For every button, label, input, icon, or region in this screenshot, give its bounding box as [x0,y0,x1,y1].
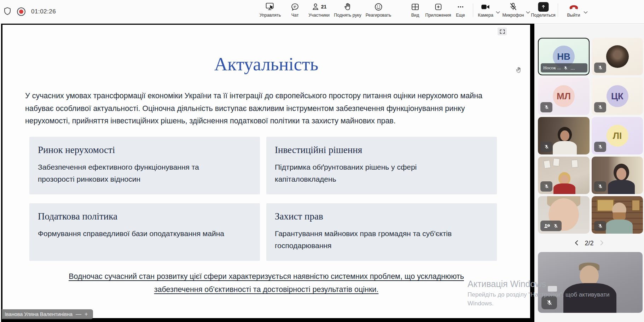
participant-tile-nosok[interactable]: НВ Носок ... … [538,38,590,75]
mic-muted-icon [553,223,558,229]
apps-label: Приложения [425,13,451,18]
participant-tile-video-3[interactable] [592,157,643,194]
mic-label: Микрофон [503,13,524,18]
view-label: Вид [411,13,419,18]
participant-name-badge[interactable]: Носок ... … [541,63,587,72]
fullscreen-button[interactable] [498,28,507,35]
participants-count: 21 [321,4,327,10]
mic-muted-badge [594,102,606,112]
page-prev-button[interactable] [575,240,579,247]
mic-muted-icon [563,66,568,70]
leave-chevron-icon[interactable] [584,9,588,15]
card-title: Податкова політика [38,211,251,222]
mic-muted-icon [598,144,603,150]
slide-footnote-line2: забезпечення об'єктивності та достовірно… [2,285,530,294]
manage-button[interactable]: Управлять [260,2,281,18]
view-button[interactable]: Вид [411,2,419,18]
leave-button[interactable]: Выйти [567,2,580,18]
participant-tile-dog[interactable] [592,38,643,75]
camera-chevron-icon[interactable] [496,9,500,15]
mic-muted-badge [540,181,552,192]
fullscreen-icon [500,29,505,34]
mic-muted-badge [541,296,557,309]
participants-panel: НВ Носок ... … МЛ ЦК [534,23,644,322]
avatar: ЛІ [607,125,628,147]
apps-button[interactable]: Приложения [425,2,451,18]
tile-more-icon[interactable]: … [570,65,575,71]
presentation-slide: Актуальність У сучасних умовах трансформ… [2,25,530,318]
camera-button[interactable]: Камера [478,2,493,18]
chat-label: Чат [291,13,299,18]
meeting-toolbar: 01:02:26 Управлять Чат 21 Участники [0,0,644,24]
person-icon [312,2,320,11]
mic-muted-icon [598,105,603,110]
mic-muted-icon [544,184,549,189]
raise-hand-label: Поднять руку [334,13,361,18]
raise-hand-button[interactable]: Поднять руку [334,2,361,18]
avatar: ЦК [607,85,628,107]
card-title: Захист прав [275,211,488,222]
zoom-in-plus-button[interactable]: + [85,311,88,317]
mic-button[interactable]: Микрофон [503,2,524,18]
raise-hand-icon [343,2,352,12]
mic-muted-badge [594,142,606,152]
hand-cursor-icon [516,66,522,75]
card-body: Забезпечення ефективного функціонування … [38,161,229,185]
presenter-name-pill: Іванова Уляна Валентинівна — + [2,309,93,319]
chat-button[interactable]: Чат [291,2,299,18]
participants-icon-group: 21 [312,2,327,12]
security-shield-icon[interactable] [4,7,11,17]
toolbar-divider [558,4,558,17]
react-button[interactable]: Реагировать [366,2,391,18]
manage-label: Управлять [260,13,281,18]
mic-muted-icon [509,2,517,12]
share-screen-button[interactable]: Поделиться [531,2,555,18]
mic-muted-badge [594,181,606,192]
chat-bubble-icon [291,2,299,12]
card-rights-protection: Захист прав Гарантування майнових прав г… [266,203,497,261]
grid-view-icon [411,2,419,12]
card-tax-policy: Податкова політика Формування справедлив… [29,203,260,261]
participant-tile-li[interactable]: ЛІ [592,117,643,154]
mic-muted-badge [594,221,606,231]
card-investment-decisions: Інвестиційні рішення Підтримка обґрунтов… [266,137,497,194]
mic-muted-badge [540,142,552,152]
participant-tile-tsk[interactable]: ЦК [592,77,643,115]
main-speaker-tile[interactable] [538,252,643,313]
presenter-name: Іванова Уляна Валентинівна [5,311,72,317]
shared-screen-region: Актуальність У сучасних умовах трансформ… [1,23,534,322]
recording-indicator-icon[interactable] [17,7,25,16]
participant-tile-video-4[interactable] [538,196,590,234]
participant-tile-video-1[interactable] [538,117,590,154]
mic-muted-icon [598,223,603,229]
participant-tile-video-5[interactable] [592,196,643,234]
slide-title: Актуальність [2,54,530,75]
meeting-timer: 01:02:26 [31,8,56,15]
slide-intro-paragraph: У сучасних умовах трансформації економік… [25,90,510,128]
manage-monitor-icon [266,2,275,12]
mic-muted-icon [544,144,549,150]
smiley-icon [374,2,383,12]
participants-button[interactable]: 21 Участники [308,2,330,18]
page-next-button[interactable] [600,240,604,247]
card-real-estate-market: Ринок нерухомості Забезпечення ефективно… [29,137,260,194]
more-button[interactable]: Еще [456,2,465,18]
camera-icon [481,2,491,12]
participant-tile-ml[interactable]: МЛ [538,77,590,115]
zoom-out-minus-button[interactable]: — [76,311,81,317]
toolbar-divider [473,4,473,17]
toolbar-left-group: 01:02:26 [4,0,56,23]
slide-footnote-line1: Водночас сучасний стан розвитку цієї сфе… [2,272,530,281]
mic-muted-icon [544,105,549,110]
mic-muted-badge [594,63,606,73]
status-badges [540,221,562,231]
participant-tile-video-2[interactable] [538,157,590,194]
card-body: Підтримка обґрунтованих рішень у сфері к… [275,161,466,185]
card-body: Гарантування майнових прав громадян та с… [275,228,466,252]
share-arrow-icon [538,2,549,12]
gallery-pagination: 2/2 [534,240,644,247]
mic-chevron-icon[interactable] [526,9,530,15]
camera-label: Камера [478,13,493,18]
card-body: Формування справедливої бази оподаткуван… [38,228,229,240]
card-title: Ринок нерухомості [38,145,251,156]
